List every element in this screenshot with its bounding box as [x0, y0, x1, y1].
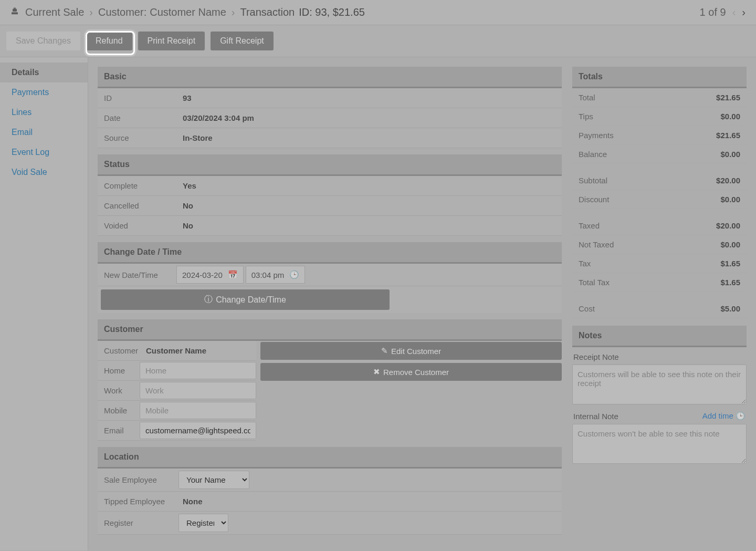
register-label: Register: [98, 513, 176, 533]
save-button[interactable]: Save Changes: [6, 32, 80, 50]
date-value: 03/20/2024 3:04 pm: [176, 108, 260, 128]
tipped-emp-value: None: [176, 492, 209, 511]
internal-note-input[interactable]: [572, 424, 747, 464]
totals-row: Not Taxed$0.00: [572, 235, 747, 254]
customer-header: Customer: [98, 319, 562, 341]
add-time-link[interactable]: Add time 🕒: [702, 411, 746, 421]
cust-name: Customer Name: [140, 341, 213, 360]
remove-customer-button[interactable]: ✖Remove Customer: [260, 363, 562, 381]
totals-row: Discount$0.00: [572, 190, 747, 209]
pager-next[interactable]: ›: [742, 6, 746, 18]
notes-section: Notes Receipt Note Internal Note Add tim…: [572, 326, 747, 465]
totals-row: Total Tax$1.65: [572, 273, 747, 292]
sidebar-item-event-log[interactable]: Event Log: [0, 142, 88, 162]
status-section: Status CompleteYes CancelledNo VoidedNo: [98, 154, 562, 236]
totals-row: Total$21.65: [572, 88, 747, 107]
notes-header: Notes: [572, 326, 747, 347]
location-section: Location Sale EmployeeYour Name Tipped E…: [98, 447, 562, 535]
mobile-input[interactable]: [140, 402, 256, 419]
breadcrumb-customer-label[interactable]: Customer:: [98, 6, 146, 18]
breadcrumb-transaction-id: ID: 93, $21.65: [299, 6, 365, 18]
totals-row: Cost$5.00: [572, 299, 747, 318]
basic-header: Basic: [98, 67, 562, 88]
receipt-note-label: Receipt Note: [573, 352, 619, 361]
mobile-label: Mobile: [98, 401, 140, 420]
sidebar-item-payments[interactable]: Payments: [0, 82, 88, 102]
source-label: Source: [98, 128, 176, 148]
cust-label: Customer: [98, 341, 140, 360]
sidebar-item-details[interactable]: Details: [0, 63, 88, 82]
location-header: Location: [98, 447, 562, 469]
breadcrumb-transaction-label: Transaction: [240, 6, 295, 18]
breadcrumb-current-sale[interactable]: Current Sale: [25, 6, 84, 18]
internal-note-label: Internal Note: [573, 412, 618, 421]
totals-row: Tips$0.00: [572, 107, 747, 126]
register-icon: [10, 6, 19, 18]
tipped-emp-label: Tipped Employee: [98, 492, 176, 511]
totals-row: Payments$21.65: [572, 126, 747, 145]
chevron-right-icon: ›: [89, 6, 93, 18]
basic-section: Basic ID93 Date03/20/2024 3:04 pm Source…: [98, 67, 562, 148]
refund-button[interactable]: Refund: [86, 32, 132, 50]
svg-rect-1: [13, 9, 17, 12]
cancelled-label: Cancelled: [98, 196, 176, 215]
totals-header: Totals: [572, 67, 747, 88]
sale-emp-select[interactable]: Your Name: [178, 471, 249, 489]
clock-icon: 🕒: [736, 411, 746, 420]
svg-rect-0: [12, 12, 18, 14]
totals-section: Totals Total$21.65Tips$0.00Payments$21.6…: [572, 67, 747, 318]
id-value: 93: [176, 88, 198, 108]
totals-row: Taxed$20.00: [572, 216, 747, 235]
chevron-right-icon: ›: [232, 6, 235, 18]
pencil-icon: ✎: [381, 346, 388, 356]
voided-value: No: [176, 216, 200, 235]
breadcrumb-customer-name[interactable]: Customer Name: [150, 6, 226, 18]
source-value: In-Store: [176, 128, 219, 148]
id-label: ID: [98, 88, 176, 108]
sidebar-item-lines[interactable]: Lines: [0, 102, 88, 122]
email-label: Email: [98, 421, 140, 440]
breadcrumb: Current Sale › Customer: Customer Name ›…: [0, 0, 756, 25]
home-label: Home: [98, 361, 140, 380]
email-input[interactable]: [140, 422, 256, 439]
action-bar: Save Changes Refund Print Receipt Gift R…: [0, 25, 756, 57]
status-header: Status: [98, 154, 562, 176]
clock-icon: 🕒: [289, 270, 299, 279]
new-date-label: New Date/Time: [98, 265, 176, 285]
sidebar-item-void-sale[interactable]: Void Sale: [0, 162, 88, 182]
register-select[interactable]: Register 1: [178, 514, 228, 532]
print-receipt-button[interactable]: Print Receipt: [138, 32, 205, 50]
complete-label: Complete: [98, 176, 176, 195]
sidebar: Details Payments Lines Email Event Log V…: [0, 57, 88, 550]
complete-value: Yes: [176, 176, 203, 195]
edit-customer-button[interactable]: ✎Edit Customer: [260, 342, 562, 360]
totals-row: Subtotal$20.00: [572, 171, 747, 190]
cancelled-value: No: [176, 196, 200, 215]
change-header: Change Date / Time: [98, 242, 562, 264]
pager-text: 1 of 9: [700, 6, 726, 18]
gift-receipt-button[interactable]: Gift Receipt: [211, 32, 274, 50]
x-icon: ✖: [373, 367, 380, 377]
calendar-icon: 📅: [228, 270, 238, 279]
pager-prev[interactable]: ‹: [732, 6, 736, 18]
date-input[interactable]: 2024-03-20 📅: [176, 266, 244, 284]
customer-section: Customer CustomerCustomer Name Home Work…: [98, 319, 562, 441]
svg-rect-2: [14, 8, 16, 9]
change-date-time-button[interactable]: ⓘ Change Date/Time: [101, 289, 390, 310]
sale-emp-label: Sale Employee: [98, 470, 176, 490]
info-icon: ⓘ: [204, 294, 213, 305]
date-label: Date: [98, 108, 176, 128]
work-label: Work: [98, 381, 140, 400]
sidebar-item-email[interactable]: Email: [0, 122, 88, 142]
totals-row: Tax$1.65: [572, 254, 747, 273]
change-date-section: Change Date / Time New Date/Time 2024-03…: [98, 242, 562, 313]
voided-label: Voided: [98, 216, 176, 235]
receipt-note-input[interactable]: [572, 365, 747, 404]
time-input[interactable]: 03:04 pm 🕒: [246, 266, 306, 284]
home-input[interactable]: [140, 362, 256, 379]
work-input[interactable]: [140, 382, 256, 399]
totals-row: Balance$0.00: [572, 145, 747, 164]
